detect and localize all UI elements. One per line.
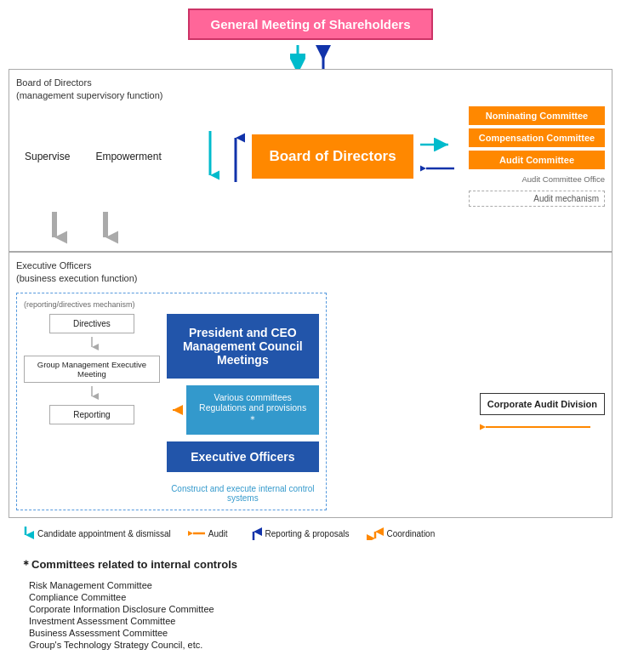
reporting-directives-text: (reporting/directives mechanism) <box>24 300 135 309</box>
legend-item-audit: Audit <box>188 527 228 540</box>
empowerment-label: Empowerment <box>95 151 161 162</box>
various-committees-label: Various committees Regulations and provi… <box>199 392 306 413</box>
directives-arrow-down <box>85 337 99 352</box>
arrow-audit-to-various <box>167 403 184 417</box>
nominating-label: Nominating Committee <box>486 111 588 121</box>
legend-item-reporting: Reporting & proposals <box>245 527 350 540</box>
board-of-directors-box: Board of Directors <box>252 134 413 179</box>
legend-arrow-orange-left <box>188 527 205 540</box>
executive-section-label: Executive Officers (business execution f… <box>16 259 605 286</box>
exec-label-line1: Executive Officers <box>16 260 91 271</box>
corporate-audit-column: Corporate Audit Division <box>480 293 605 511</box>
executive-officers-label: Executive Officers <box>191 450 294 464</box>
audit-mechanism-box: Audit mechanism <box>469 191 605 207</box>
inner-dashed-box: (reporting/directives mechanism) Directi… <box>16 293 327 511</box>
arrow-board-to-nom <box>420 138 454 151</box>
board-section-label: Board of Directors (management superviso… <box>16 77 605 103</box>
committees-list-title-text: ＊Committees related to internal controls <box>20 558 237 571</box>
legend-arrow-coordination <box>367 527 384 540</box>
supervise-label: Supervise <box>25 151 70 162</box>
executive-section: Executive Officers (business execution f… <box>9 252 612 518</box>
legend-arrow-teal <box>17 527 34 540</box>
list-item-5: Business Assessment Committee <box>29 627 601 639</box>
construct-text: Construct and execute internal control s… <box>171 484 314 503</box>
list-item-1: Risk Management Committee <box>29 579 601 591</box>
corporate-audit-label: Corporate Audit Division <box>487 399 597 409</box>
reporting-directives-label: (reporting/directives mechanism) <box>24 300 319 309</box>
right-content: President and CEO Management Council Mee… <box>167 314 319 504</box>
arrow-gms-down-teal <box>290 45 305 69</box>
legend-arrow-darkblue-up <box>245 527 262 540</box>
arrow-committees-to-board <box>420 162 454 175</box>
left-flow: Directives Group Management Executive Me… <box>24 314 160 424</box>
committees-list-title: ＊Committees related to internal controls <box>20 557 601 572</box>
gms-box: General Meeting of Shareholders <box>188 9 432 40</box>
committees-list-section: ＊Committees related to internal controls… <box>9 549 612 659</box>
board-of-directors-label: Board of Directors <box>269 148 396 164</box>
arrow-exec-board-darkblue <box>226 131 245 182</box>
supervise-column: Supervise <box>25 151 70 162</box>
board-section: Board of Directors (management superviso… <box>9 69 612 252</box>
arrow-board-exec-teal <box>201 131 219 182</box>
empowerment-column: Empowerment <box>95 151 161 162</box>
audit-label: Audit Committee <box>499 155 574 165</box>
list-item-3: Corporate Information Disclosure Committ… <box>29 603 601 615</box>
legend-reporting-label: Reporting & proposals <box>265 529 350 538</box>
directives-box: Directives <box>49 314 134 333</box>
construct-label: Construct and execute internal control s… <box>167 484 319 503</box>
audit-committee-box: Audit Committee <box>469 151 605 169</box>
reporting-box: Reporting <box>49 405 134 424</box>
various-committees-box: Various committees Regulations and provi… <box>186 385 318 436</box>
compensation-label: Compensation Committee <box>479 133 595 143</box>
executive-officers-box: Executive Officers <box>167 441 319 472</box>
legend-item-candidate: Candidate appointment & dismissal <box>17 527 171 540</box>
asterisk-sup: ＊ <box>248 413 258 425</box>
legend-item-coordination: Coordination <box>367 527 436 540</box>
board-label-line2: (management supervisory function) <box>16 90 162 100</box>
exec-label-line2: (business execution function) <box>16 273 137 283</box>
list-item-6: Group's Technology Strategy Council, etc… <box>29 639 601 651</box>
directives-label: Directives <box>73 319 111 328</box>
board-label-line1: Board of Directors <box>16 77 92 88</box>
arrow-gms-up-darkblue <box>316 45 331 69</box>
list-item-2: Compliance Committee <box>29 591 601 603</box>
legend-coordination-label: Coordination <box>387 529 436 538</box>
supervise-arrow-down <box>42 212 67 244</box>
empowerment-arrow-down <box>93 212 118 244</box>
gms-label: General Meeting of Shareholders <box>210 17 410 31</box>
committees-list: Risk Management Committee Compliance Com… <box>20 579 601 651</box>
president-ceo-box: President and CEO Management Council Mee… <box>167 314 319 379</box>
group-mgmt-box: Group Management Executive Meeting <box>24 356 160 383</box>
audit-committee-office-label: Audit Committee Office <box>469 174 605 184</box>
group-mgmt-label: Group Management Executive Meeting <box>37 360 146 379</box>
audit-office-text: Audit Committee Office <box>521 174 605 184</box>
group-mgmt-arrow-down <box>85 386 99 401</box>
arrow-audit-to-president <box>480 420 590 434</box>
legend-candidate-label: Candidate appointment & dismissal <box>37 529 171 538</box>
reporting-label: Reporting <box>73 410 110 419</box>
compensation-committee-box: Compensation Committee <box>469 128 605 147</box>
nominating-committee-box: Nominating Committee <box>469 106 605 125</box>
audit-mechanism-label: Audit mechanism <box>533 194 599 203</box>
president-ceo-label: President and CEO Management Council Mee… <box>183 326 303 367</box>
legend: Candidate appointment & dismissal Audit … <box>9 518 612 549</box>
legend-audit-label: Audit <box>208 529 228 538</box>
corporate-audit-box: Corporate Audit Division <box>480 393 605 415</box>
list-item-4: Investment Assessment Committee <box>29 615 601 627</box>
